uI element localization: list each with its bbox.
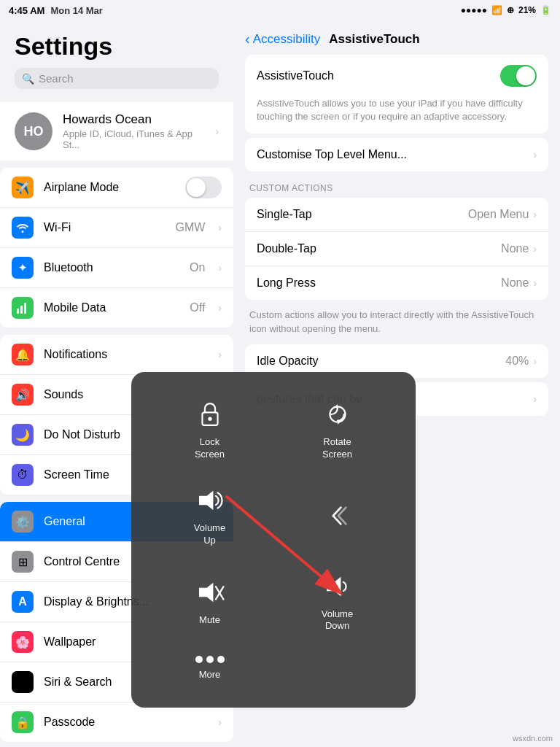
mute-label: Mute <box>199 614 220 627</box>
back-button[interactable]: ‹ Accessibility <box>245 31 320 47</box>
customise-section: Customise Top Level Menu... › <box>245 138 548 171</box>
sidebar-item-passcode[interactable]: 🔒 Passcode › <box>0 703 233 742</box>
popup-mute[interactable]: Mute <box>146 559 273 645</box>
notifications-chevron: › <box>218 349 222 360</box>
svg-point-5 <box>208 417 211 421</box>
passcode-label: Passcode <box>44 716 208 729</box>
more-label: More <box>199 669 221 681</box>
customise-label: Customise Top Level Menu... <box>257 148 533 161</box>
notifications-icon: 🔔 <box>12 344 34 365</box>
signal-icon: ●●●●● <box>461 5 487 15</box>
popup-back-arrow[interactable] <box>273 473 401 559</box>
lock-screen-label: LockScreen <box>195 436 225 461</box>
svg-rect-2 <box>24 303 26 314</box>
search-bar[interactable]: 🔍 Search <box>15 68 219 89</box>
svg-marker-8 <box>199 583 213 602</box>
status-time: 4:45 AM <box>9 5 44 16</box>
wallpaper-icon: 🌸 <box>12 631 34 653</box>
popup-volume-down[interactable]: VolumeDown <box>273 559 401 645</box>
volume-up-icon <box>194 484 226 516</box>
svg-marker-11 <box>327 576 341 595</box>
sidebar-item-bluetooth[interactable]: ✦ Bluetooth On › <box>0 248 233 288</box>
assistivetouch-label: AssistiveTouch <box>257 69 500 82</box>
single-tap-value: Open Menu <box>468 208 529 221</box>
status-right: ●●●●● 📶 ⊕ 21% 🔋 <box>461 5 551 15</box>
sidebar-title: Settings <box>15 32 219 61</box>
sidebar-item-wifi[interactable]: Wi-Fi GMW › <box>0 208 233 248</box>
assistivetouch-toggle[interactable] <box>500 65 537 87</box>
svg-marker-7 <box>199 491 213 510</box>
status-date: Mon 14 Mar <box>50 5 103 16</box>
mobile-data-value: Off <box>190 301 205 314</box>
dnd-icon: 🌙 <box>12 424 34 446</box>
assistivetouch-popup: LockScreen RotateScreen VolumeUp <box>131 372 416 708</box>
notifications-label: Notifications <box>44 348 208 361</box>
volume-down-icon <box>322 570 354 603</box>
customise-row[interactable]: Customise Top Level Menu... › <box>245 138 548 171</box>
back-arrow-icon <box>322 500 354 532</box>
avatar: HO <box>15 112 52 150</box>
profile-name: Howards Ocean <box>63 112 205 127</box>
action-double-tap[interactable]: Double-Tap None › <box>245 232 548 266</box>
mobile-data-chevron: › <box>218 302 222 314</box>
more-dots-icon <box>195 656 225 663</box>
watermark: wsxdn.com <box>513 734 553 743</box>
siri-icon: ◉ <box>12 671 34 693</box>
wifi-chevron: › <box>218 222 222 233</box>
mobile-data-label: Mobile Data <box>44 301 179 314</box>
volume-up-label: VolumeUp <box>194 522 225 547</box>
profile-chevron: › <box>215 125 219 137</box>
mobile-data-icon <box>12 297 34 319</box>
popup-more[interactable]: More <box>146 644 273 693</box>
display-icon: A <box>12 591 34 613</box>
control-centre-icon: ⊞ <box>12 551 34 573</box>
popup-lock-screen[interactable]: LockScreen <box>146 387 273 473</box>
customise-chevron: › <box>533 149 537 160</box>
sidebar-header: Settings 🔍 Search <box>0 20 233 95</box>
bluetooth-value: On <box>190 261 205 274</box>
wifi-label: Wi-Fi <box>44 221 165 234</box>
popup-volume-up[interactable]: VolumeUp <box>146 473 273 559</box>
assistivetouch-toggle-row: AssistiveTouch <box>245 55 548 97</box>
wifi-icon <box>12 217 34 239</box>
sounds-icon: 🔊 <box>12 384 34 406</box>
airplane-icon: ✈️ <box>12 177 34 198</box>
battery-level: 21% <box>518 5 536 15</box>
volume-down-label: VolumeDown <box>322 608 353 633</box>
long-press-label: Long Press <box>257 276 501 290</box>
svg-rect-0 <box>17 309 19 314</box>
sidebar-item-mobile-data[interactable]: Mobile Data Off › <box>0 288 233 328</box>
sidebar-item-notifications[interactable]: 🔔 Notifications › <box>0 335 233 375</box>
gestures-chevron: › <box>533 393 537 405</box>
action-single-tap[interactable]: Single-Tap Open Menu › <box>245 198 548 232</box>
rotate-screen-icon <box>322 398 354 430</box>
airplane-toggle[interactable] <box>185 177 222 198</box>
double-tap-label: Double-Tap <box>257 242 501 255</box>
screen-time-icon: ⏱ <box>12 464 34 486</box>
svg-rect-1 <box>20 306 23 314</box>
single-tap-chevron: › <box>533 209 537 220</box>
bluetooth-icon: ✦ <box>12 257 34 279</box>
custom-actions-header: CUSTOM ACTIONS <box>245 183 548 198</box>
long-press-value: None <box>501 276 529 290</box>
search-icon: 🔍 <box>22 73 34 85</box>
settings-group-1: ✈️ Airplane Mode Wi-Fi GMW › ✦ <box>0 168 233 328</box>
right-nav: ‹ Accessibility AssistiveTouch <box>233 20 560 55</box>
action-long-press[interactable]: Long Press None › <box>245 266 548 300</box>
back-chevron-icon: ‹ <box>245 31 250 47</box>
mute-icon <box>194 576 226 608</box>
single-tap-label: Single-Tap <box>257 208 468 221</box>
assistivetouch-toggle-section: AssistiveTouch AssistiveTouch allows you… <box>245 55 548 133</box>
sidebar-item-airplane-mode[interactable]: ✈️ Airplane Mode <box>0 168 233 208</box>
idle-opacity-value: 40% <box>505 355 529 368</box>
general-icon: ⚙️ <box>12 511 34 533</box>
actions-description: Custom actions allow you to interact dir… <box>245 304 548 344</box>
idle-opacity-chevron: › <box>533 355 537 367</box>
profile-row[interactable]: HO Howards Ocean Apple ID, iCloud, iTune… <box>0 102 233 160</box>
double-tap-chevron: › <box>533 243 537 255</box>
status-bar: 4:45 AM Mon 14 Mar ●●●●● 📶 ⊕ 21% 🔋 <box>0 0 560 20</box>
right-panel-title: AssistiveTouch <box>329 32 419 47</box>
actions-group: Single-Tap Open Menu › Double-Tap None ›… <box>245 198 548 300</box>
search-input[interactable]: Search <box>39 72 74 85</box>
popup-rotate-screen[interactable]: RotateScreen <box>273 387 401 473</box>
